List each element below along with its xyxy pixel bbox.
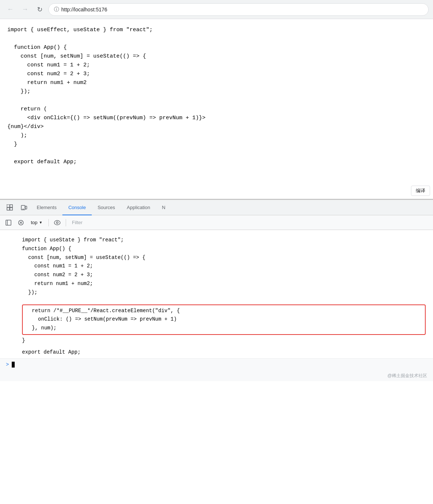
console-output: import { useState } from "react"; functi… [0, 230, 433, 358]
console-code-before: import { useState } from "react"; functi… [0, 236, 433, 303]
url-text: http://localhost:5176 [61, 7, 107, 12]
clear-console-button[interactable] [15, 217, 26, 228]
svg-rect-5 [25, 206, 27, 209]
svg-rect-3 [10, 208, 12, 210]
browser-chrome: ← → ↻ ⓘ http://localhost:5176 [0, 0, 433, 19]
svg-rect-2 [7, 208, 10, 210]
svg-point-12 [54, 220, 60, 225]
context-selector[interactable]: top ▼ [28, 219, 46, 226]
attribution: @稀土掘金技术社区 [0, 370, 433, 381]
address-bar[interactable]: ⓘ http://localhost:5176 [48, 3, 429, 16]
forward-button[interactable]: → [19, 4, 31, 15]
inspect-element-icon[interactable] [3, 200, 17, 215]
toolbar-divider2 [66, 219, 66, 226]
back-button[interactable]: ← [4, 4, 16, 15]
lock-icon: ⓘ [54, 6, 59, 13]
toolbar-divider [48, 219, 49, 226]
device-toolbar-icon[interactable] [17, 200, 31, 215]
eye-icon-button[interactable] [52, 217, 63, 228]
console-closing-brace: } [0, 336, 433, 347]
tab-console[interactable]: Console [62, 200, 92, 215]
console-export-line: export default App; [0, 347, 433, 358]
dropdown-arrow-icon: ▼ [39, 220, 43, 224]
sidebar-toggle-button[interactable] [3, 217, 14, 228]
tab-sources[interactable]: Sources [92, 200, 121, 215]
console-cursor [12, 362, 15, 368]
filter-input[interactable] [69, 218, 430, 227]
devtools-toolbar: top ▼ [0, 215, 433, 230]
tab-elements[interactable]: Elements [31, 200, 62, 215]
source-code-display: import { useEffect, useState } from "rea… [0, 19, 433, 199]
console-prompt: > [6, 362, 9, 368]
translate-button[interactable]: 编译 [411, 186, 430, 196]
svg-point-13 [56, 222, 58, 223]
reload-button[interactable]: ↻ [34, 4, 46, 15]
tab-application[interactable]: Application [121, 200, 156, 215]
svg-rect-7 [6, 220, 11, 225]
console-highlighted-block: return /*#__PURE__*/React.createElement(… [22, 304, 426, 335]
console-input-line: > [0, 358, 433, 370]
tab-more[interactable]: N [156, 200, 171, 215]
svg-rect-0 [7, 205, 10, 207]
svg-rect-1 [10, 205, 12, 207]
devtools-tabs: Elements Console Sources Application N [0, 200, 433, 215]
devtools-panel: Elements Console Sources Application N [0, 199, 433, 381]
browser-content: import { useEffect, useState } from "rea… [0, 19, 433, 199]
